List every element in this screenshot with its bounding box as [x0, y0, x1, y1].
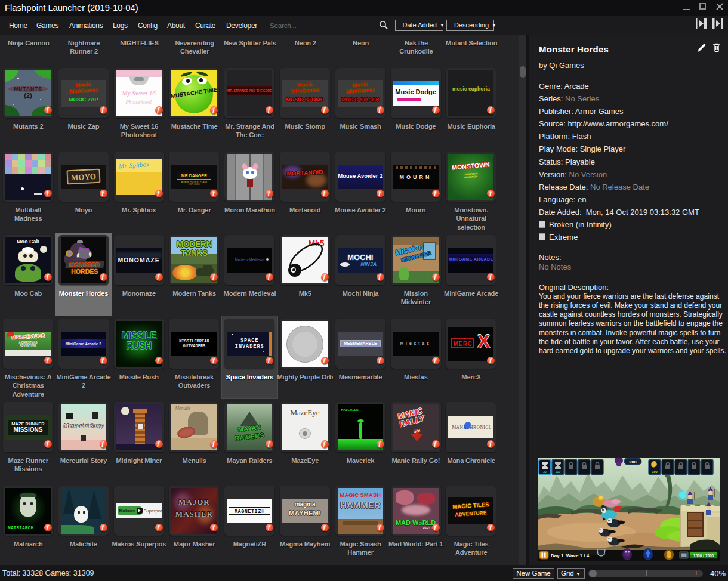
svg-text:200: 200: [629, 459, 637, 465]
svg-text:20: 20: [543, 470, 547, 474]
svg-text:100: 100: [652, 470, 657, 474]
svg-text:Day 1 Wave 1 / 4: Day 1 Wave 1 / 4: [551, 553, 590, 558]
svg-text:1500 / 1500: 1500 / 1500: [693, 554, 714, 558]
svg-text:200: 200: [556, 470, 561, 474]
